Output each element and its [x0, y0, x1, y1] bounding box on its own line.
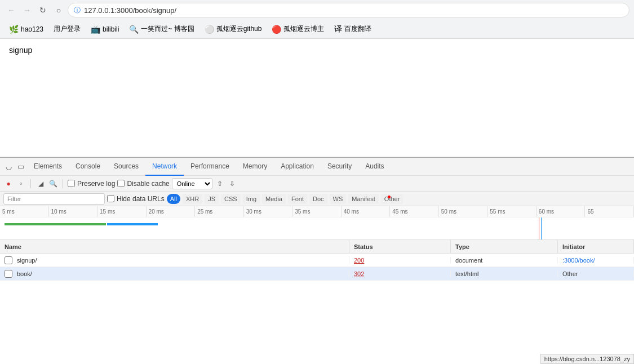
nav-bar: ← → ↻ ○ ⓘ 127.0.0.1:3000/book/signup/	[0, 0, 634, 20]
filter-doc[interactable]: Doc	[309, 194, 327, 204]
red-dot	[388, 196, 391, 198]
github-icon: ⚪	[205, 25, 214, 34]
bookmark-hao123-label: hao123	[21, 25, 43, 33]
timeline[interactable]: 5 ms 10 ms 15 ms 20 ms 25 ms 30 ms 35 ms…	[0, 206, 634, 240]
tick-15ms: 15 ms	[97, 206, 147, 217]
table-row[interactable]: signup/ 200 document :3000/book/	[0, 254, 634, 267]
tab-network[interactable]: Network	[145, 158, 184, 176]
bookmark-hao123[interactable]: 🌿 hao123	[5, 23, 48, 35]
status-value-signup: 200	[354, 257, 364, 264]
filter-ws[interactable]: WS	[330, 194, 347, 204]
forward-button[interactable]: →	[20, 3, 34, 17]
th-initiator[interactable]: Initiator	[558, 240, 634, 253]
filter-manifest[interactable]: Manifest	[348, 194, 379, 204]
reload-button[interactable]: ↻	[36, 3, 50, 17]
disable-cache-text: Disable cache	[127, 180, 169, 188]
tick-20ms: 20 ms	[147, 206, 196, 217]
devtools-tabs: ◡ ▭ Elements Console Sources Network Per…	[0, 158, 634, 176]
hao123-icon: 🌿	[9, 25, 19, 34]
tab-audits[interactable]: Audits	[358, 158, 391, 176]
row-checkbox-book[interactable]	[5, 270, 12, 278]
clear-button[interactable]: ⚬	[16, 179, 26, 189]
td-type-book: text/html	[451, 270, 558, 277]
devtools-device-icon[interactable]: ▭	[15, 161, 27, 173]
filter-icon[interactable]: ◢	[36, 179, 46, 189]
tab-memory[interactable]: Memory	[236, 158, 274, 176]
filter-css[interactable]: CSS	[221, 194, 241, 204]
csdn-icon: 🔴	[272, 25, 281, 34]
home-button[interactable]: ○	[52, 3, 65, 17]
th-type[interactable]: Type	[451, 240, 558, 253]
tick-50ms: 50 ms	[439, 206, 488, 217]
search-icon[interactable]: 🔍	[48, 179, 58, 189]
td-initiator-book: Other	[558, 270, 634, 277]
tab-security[interactable]: Security	[321, 158, 358, 176]
th-name[interactable]: Name	[0, 240, 349, 253]
tick-40ms: 40 ms	[342, 206, 391, 217]
address-bar[interactable]: ⓘ 127.0.0.1:3000/book/signup/	[68, 3, 629, 17]
tab-console[interactable]: Console	[69, 158, 107, 176]
td-initiator-signup: :3000/book/	[558, 257, 634, 264]
td-status-book: 302	[349, 270, 451, 277]
tick-5ms: 5 ms	[0, 206, 49, 217]
tick-35ms: 35 ms	[292, 206, 342, 217]
disable-cache-checkbox[interactable]	[117, 180, 125, 187]
row-name-signup: signup/	[17, 257, 37, 264]
devtools-toolbar: ● ⚬ ◢ 🔍 Preserve log Disable cache Onlin…	[0, 176, 634, 192]
td-name-book: book/	[0, 270, 349, 278]
disable-cache-label[interactable]: Disable cache	[117, 180, 169, 188]
tab-sources[interactable]: Sources	[107, 158, 145, 176]
filter-font[interactable]: Font	[288, 194, 307, 204]
filter-input[interactable]	[3, 193, 105, 205]
bilibili-icon: 📺	[91, 25, 100, 34]
download-icon[interactable]: ⇩	[227, 179, 237, 189]
status-value-book: 302	[354, 270, 364, 277]
tab-elements[interactable]: Elements	[27, 158, 69, 176]
browser-chrome: ← → ↻ ○ ⓘ 127.0.0.1:3000/book/signup/ 🌿 …	[0, 0, 634, 39]
type-value-signup: document	[455, 257, 482, 264]
bookmark-blog-label: 一笑而过~ 博客园	[141, 24, 194, 34]
filter-all[interactable]: All	[167, 194, 180, 204]
devtools-panel: ◡ ▭ Elements Console Sources Network Per…	[0, 157, 634, 325]
filter-xhr[interactable]: XHR	[183, 194, 202, 204]
tick-25ms: 25 ms	[195, 206, 244, 217]
hide-data-urls-label[interactable]: Hide data URLs	[107, 195, 165, 203]
hide-data-urls-checkbox[interactable]	[107, 195, 114, 202]
tick-55ms: 55 ms	[487, 206, 537, 217]
filter-js[interactable]: JS	[205, 194, 219, 204]
tick-65: 65	[585, 206, 634, 217]
throttle-select[interactable]: Online Offline Slow 3G Fast 3G	[172, 178, 212, 189]
preserve-log-label[interactable]: Preserve log	[68, 180, 115, 188]
page-title: signup	[9, 46, 32, 55]
td-status-signup: 200	[349, 257, 451, 264]
record-button[interactable]: ●	[3, 179, 14, 189]
filter-media[interactable]: Media	[262, 194, 286, 204]
table-row[interactable]: book/ 302 text/html Other	[0, 267, 634, 281]
bookmark-github[interactable]: ⚪ 孤烟逐云github	[200, 23, 267, 35]
back-button[interactable]: ←	[5, 3, 18, 17]
preserve-log-text: Preserve log	[77, 180, 115, 188]
td-type-signup: document	[451, 257, 558, 264]
preserve-log-checkbox[interactable]	[68, 180, 75, 187]
filter-other[interactable]: Other	[381, 194, 404, 204]
bookmark-github-label: 孤烟逐云github	[216, 24, 262, 34]
td-name-signup: signup/	[0, 256, 349, 264]
upload-icon[interactable]: ⇧	[215, 179, 225, 189]
translate-icon: 译	[334, 24, 342, 34]
toolbar-separator-1	[30, 179, 31, 188]
bookmark-login[interactable]: 用户登录	[49, 23, 85, 35]
bookmark-bilibili[interactable]: 📺 bilibili	[86, 23, 123, 35]
timeline-bar-green	[5, 223, 106, 225]
bookmark-login-label: 用户登录	[54, 24, 81, 34]
filter-img[interactable]: Img	[243, 194, 260, 204]
initiator-value-book: Other	[562, 270, 578, 277]
bookmark-translate[interactable]: 译 百度翻译	[330, 23, 376, 36]
tab-application[interactable]: Application	[274, 158, 321, 176]
devtools-inspect-icon[interactable]: ◡	[2, 161, 15, 173]
bookmarks-bar: 🌿 hao123 用户登录 📺 bilibili 🔍 一笑而过~ 博客园 ⚪ 孤…	[0, 20, 634, 38]
th-status[interactable]: Status	[349, 240, 451, 253]
row-checkbox-signup[interactable]	[5, 256, 12, 264]
tab-performance[interactable]: Performance	[184, 158, 236, 176]
bookmark-csdn[interactable]: 🔴 孤烟逐云博主	[267, 23, 329, 35]
bookmark-blog[interactable]: 🔍 一笑而过~ 博客园	[125, 23, 198, 35]
